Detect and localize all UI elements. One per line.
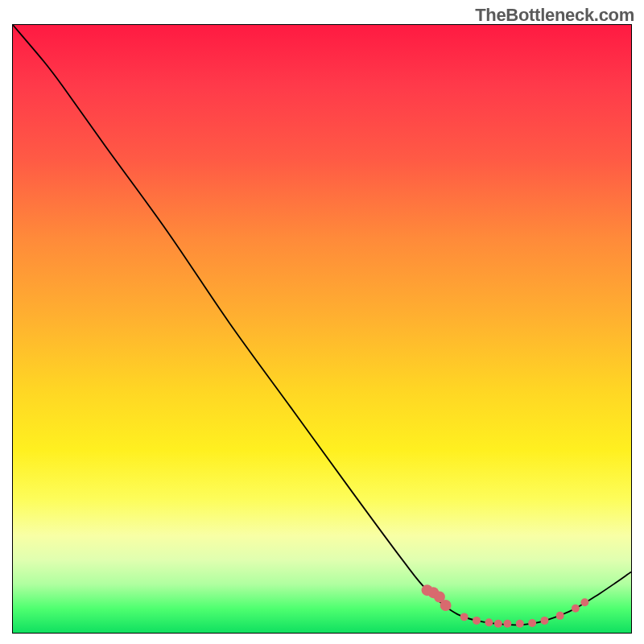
data-marker [503, 620, 511, 628]
data-marker [440, 600, 452, 611]
data-marker [516, 620, 524, 628]
data-marker [540, 617, 548, 625]
watermark-text: TheBottleneck.com [475, 5, 634, 26]
data-marker [572, 605, 580, 613]
data-marker [460, 613, 469, 621]
chart-svg [13, 25, 631, 633]
data-marker [580, 598, 588, 606]
curve-line [13, 25, 631, 625]
data-marker [473, 617, 481, 625]
chart-container: TheBottleneck.com [0, 0, 644, 644]
markers-group [422, 584, 589, 627]
plot-area [12, 24, 632, 634]
data-marker [494, 620, 502, 628]
data-marker [485, 618, 493, 626]
data-marker [528, 619, 536, 627]
data-marker [556, 612, 564, 620]
